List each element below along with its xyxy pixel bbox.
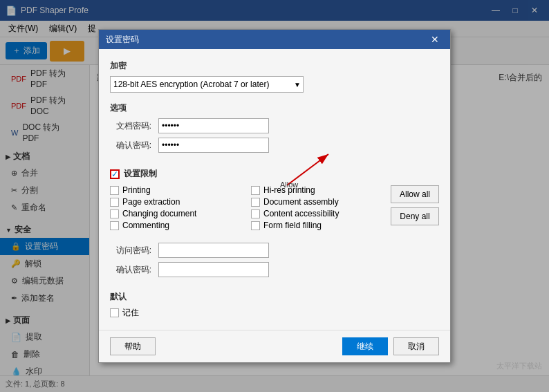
perm-commenting-checkbox[interactable]: [110, 221, 119, 230]
remember-row: 记住: [110, 307, 439, 319]
perm-printing-checkbox[interactable]: [110, 186, 119, 195]
access-password-input[interactable]: [158, 243, 269, 258]
allow-deny-buttons: Allow all Deny all: [391, 185, 439, 225]
access-confirm-label: 确认密码:: [110, 264, 151, 276]
perm-extraction-label: Page extraction: [122, 197, 180, 207]
encryption-dropdown-wrapper: 128-bit AES encryption (Acrobat 7 or lat…: [110, 76, 304, 93]
app-window: 📄 PDF Shaper Profe — □ ✕ 文件(W) 编辑(V) 提 ＋…: [0, 0, 549, 392]
perm-hires-checkbox[interactable]: [251, 186, 260, 195]
remember-label: 记住: [122, 307, 139, 319]
options-label: 选项: [110, 102, 439, 114]
perm-form-filling: Form field filling: [251, 221, 385, 230]
perm-commenting: Commenting: [110, 221, 244, 230]
perm-form-checkbox[interactable]: [251, 221, 260, 230]
perm-changing-label: Changing document: [122, 209, 196, 218]
access-section: 访问密码: 确认密码:: [110, 243, 439, 281]
allow-deny-container: Allow Allow all Deny all: [391, 185, 439, 225]
dialog-body: 加密 128-bit AES encryption (Acrobat 7 or …: [99, 49, 450, 330]
dialog-title: 设置密码: [106, 34, 427, 46]
perm-changing-checkbox[interactable]: [110, 209, 119, 218]
encryption-label: 加密: [110, 60, 439, 72]
perm-assembly-label: Document assembly: [263, 197, 339, 207]
permissions-container: Printing Hi-res printing: [110, 185, 439, 230]
restriction-section: ✓ 设置限制 Printing: [110, 167, 439, 230]
dialog-footer: 帮助 继续 取消: [99, 330, 450, 362]
encryption-select[interactable]: 128-bit AES encryption (Acrobat 7 or lat…: [110, 76, 304, 93]
perm-printing: Printing: [110, 185, 244, 195]
perm-accessibility: Content accessibility: [251, 209, 385, 218]
restriction-label: 设置限制: [124, 168, 157, 180]
access-password-row: 访问密码:: [110, 243, 439, 258]
perm-changing-doc: Changing document: [110, 209, 244, 218]
perm-printing-label: Printing: [122, 185, 151, 195]
perm-form-label: Form field filling: [263, 221, 322, 230]
encryption-section: 加密 128-bit AES encryption (Acrobat 7 or …: [110, 60, 439, 93]
help-button[interactable]: 帮助: [110, 337, 156, 355]
access-confirm-row: 确认密码:: [110, 262, 439, 277]
doc-password-input[interactable]: [158, 118, 269, 133]
permissions-grid: Printing Hi-res printing: [110, 185, 385, 230]
confirm-password-label: 确认密码:: [110, 140, 151, 151]
restriction-checkbox[interactable]: ✓: [110, 169, 120, 179]
perm-commenting-label: Commenting: [122, 221, 169, 230]
dialog-titlebar: 设置密码 ✕: [99, 30, 450, 49]
perm-accessibility-label: Content accessibility: [263, 209, 339, 218]
confirm-password-row: 确认密码:: [110, 138, 439, 153]
cancel-button[interactable]: 取消: [393, 337, 439, 355]
perm-page-extraction: Page extraction: [110, 197, 244, 207]
perm-assembly-checkbox[interactable]: [251, 198, 260, 207]
perm-accessibility-checkbox[interactable]: [251, 209, 260, 218]
deny-all-button[interactable]: Deny all: [391, 207, 439, 225]
access-password-label: 访问密码:: [110, 245, 151, 256]
default-section: 默认 记住: [110, 291, 439, 319]
password-dialog: 设置密码 ✕ 加密 128-bit AES encryption (Acroba…: [98, 29, 451, 363]
perm-extraction-checkbox[interactable]: [110, 198, 119, 207]
doc-password-row: 文档密码:: [110, 118, 439, 133]
continue-button[interactable]: 继续: [342, 337, 388, 355]
footer-left: 帮助: [110, 337, 156, 355]
permissions-area: Printing Hi-res printing: [110, 185, 439, 230]
restriction-row: ✓ 设置限制: [110, 167, 439, 181]
dialog-close-button[interactable]: ✕: [427, 31, 443, 48]
default-label: 默认: [110, 291, 439, 303]
perm-hires-printing: Hi-res printing: [251, 185, 385, 195]
allow-all-button[interactable]: Allow all: [391, 185, 439, 203]
confirm-password-input[interactable]: [158, 138, 269, 153]
doc-password-label: 文档密码:: [110, 120, 151, 132]
options-section: 选项 文档密码: 确认密码:: [110, 102, 439, 157]
access-confirm-input[interactable]: [158, 262, 269, 277]
remember-checkbox[interactable]: [110, 308, 119, 317]
dialog-overlay: 设置密码 ✕ 加密 128-bit AES encryption (Acroba…: [0, 0, 549, 392]
perm-doc-assembly: Document assembly: [251, 197, 385, 207]
footer-right: 继续 取消: [342, 337, 439, 355]
perm-hires-label: Hi-res printing: [263, 185, 315, 195]
